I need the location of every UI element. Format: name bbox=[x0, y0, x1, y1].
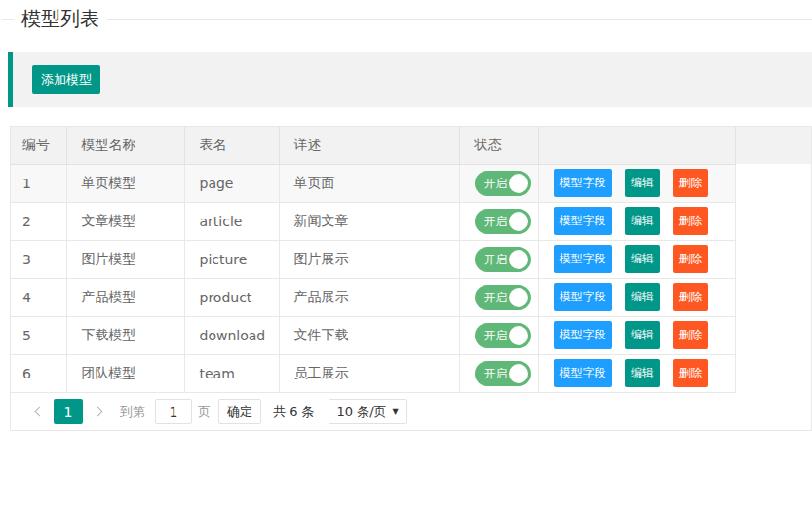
status-toggle-label: 开启 bbox=[484, 361, 508, 386]
actions-cell: 模型字段 编辑 删除 bbox=[538, 240, 735, 278]
edit-button[interactable]: 编辑 bbox=[625, 283, 660, 311]
table-name-cell: download bbox=[184, 316, 279, 354]
status-cell: 开启 bbox=[459, 164, 538, 202]
status-cell: 开启 bbox=[459, 278, 538, 316]
toggle-knob-icon bbox=[509, 250, 528, 269]
status-toggle[interactable]: 开启 bbox=[475, 285, 531, 310]
status-toggle-label: 开启 bbox=[484, 247, 508, 272]
column-header-table-name: 表名 bbox=[184, 127, 279, 164]
column-header-actions bbox=[538, 127, 735, 164]
edit-button[interactable]: 编辑 bbox=[625, 207, 660, 235]
model-name-cell: 下载模型 bbox=[66, 316, 184, 354]
pagination-bar: 1 到第 页 确定 共 6 条 10 条/页 ▼ bbox=[11, 393, 811, 430]
table-row: 2 文章模型 article 新闻文章 开启 模型字段 编辑 删除 bbox=[11, 202, 811, 240]
status-toggle-label: 开启 bbox=[484, 209, 508, 234]
goto-page-input[interactable] bbox=[155, 399, 192, 424]
table-row: 4 产品模型 product 产品展示 开启 模型字段 编辑 删除 bbox=[11, 278, 811, 316]
status-cell: 开启 bbox=[459, 202, 538, 240]
model-name-cell: 文章模型 bbox=[66, 202, 184, 240]
status-toggle[interactable]: 开启 bbox=[475, 171, 531, 196]
models-table-card: 编号 模型名称 表名 详述 状态 1 单页模型 page 单页面 开启 模型字段 bbox=[10, 126, 812, 431]
status-cell: 开启 bbox=[459, 316, 538, 354]
delete-button[interactable]: 删除 bbox=[673, 207, 708, 235]
page-title: 模型列表 bbox=[14, 3, 107, 34]
model-fields-button[interactable]: 模型字段 bbox=[554, 359, 612, 387]
current-page-button[interactable]: 1 bbox=[54, 399, 83, 424]
page-size-value: 10 条/页 bbox=[337, 403, 387, 420]
add-model-button[interactable]: 添加模型 bbox=[32, 65, 100, 94]
next-page-button[interactable] bbox=[92, 399, 103, 424]
model-fields-button[interactable]: 模型字段 bbox=[554, 169, 612, 197]
edit-button[interactable]: 编辑 bbox=[625, 321, 660, 349]
edit-button[interactable]: 编辑 bbox=[625, 169, 660, 197]
actions-cell: 模型字段 编辑 删除 bbox=[538, 278, 735, 316]
row-id-cell: 6 bbox=[11, 354, 66, 392]
status-toggle[interactable]: 开启 bbox=[475, 247, 531, 272]
status-toggle[interactable]: 开启 bbox=[475, 209, 531, 234]
row-filler-cell bbox=[735, 278, 811, 316]
table-body: 1 单页模型 page 单页面 开启 模型字段 编辑 删除 2 文章模型 art… bbox=[11, 164, 811, 392]
description-cell: 产品展示 bbox=[279, 278, 459, 316]
page-header: 模型列表 bbox=[0, 3, 812, 36]
status-cell: 开启 bbox=[459, 354, 538, 392]
column-header-id: 编号 bbox=[11, 127, 66, 164]
toolbar-panel: 添加模型 bbox=[8, 52, 812, 107]
model-fields-button[interactable]: 模型字段 bbox=[554, 283, 612, 311]
table-row: 6 团队模型 team 员工展示 开启 模型字段 编辑 删除 bbox=[11, 354, 811, 392]
row-id-cell: 3 bbox=[11, 240, 66, 278]
chevron-right-icon bbox=[93, 407, 102, 417]
table-name-cell: team bbox=[184, 354, 279, 392]
prev-page-button[interactable] bbox=[33, 399, 45, 424]
confirm-button[interactable]: 确定 bbox=[218, 399, 261, 424]
status-cell: 开启 bbox=[459, 240, 538, 278]
table-header-row: 编号 模型名称 表名 详述 状态 bbox=[11, 127, 811, 164]
row-id-cell: 1 bbox=[11, 164, 66, 202]
table-row: 1 单页模型 page 单页面 开启 模型字段 编辑 删除 bbox=[11, 164, 811, 202]
table-name-cell: page bbox=[184, 164, 279, 202]
actions-cell: 模型字段 编辑 删除 bbox=[538, 164, 735, 202]
table-row: 5 下载模型 download 文件下载 开启 模型字段 编辑 删除 bbox=[11, 316, 811, 354]
row-filler-cell bbox=[735, 164, 811, 202]
row-id-cell: 5 bbox=[11, 316, 66, 354]
status-toggle[interactable]: 开启 bbox=[475, 361, 531, 386]
column-header-status: 状态 bbox=[459, 127, 538, 164]
toggle-knob-icon bbox=[509, 288, 528, 307]
description-cell: 员工展示 bbox=[279, 354, 459, 392]
status-toggle-label: 开启 bbox=[484, 285, 508, 310]
actions-cell: 模型字段 编辑 删除 bbox=[538, 316, 735, 354]
toggle-knob-icon bbox=[509, 364, 528, 383]
description-cell: 图片展示 bbox=[279, 240, 459, 278]
model-fields-button[interactable]: 模型字段 bbox=[554, 207, 612, 235]
edit-button[interactable]: 编辑 bbox=[625, 359, 660, 387]
delete-button[interactable]: 删除 bbox=[673, 169, 708, 197]
page-size-select[interactable]: 10 条/页 ▼ bbox=[329, 399, 407, 424]
actions-cell: 模型字段 编辑 删除 bbox=[538, 354, 735, 392]
model-name-cell: 团队模型 bbox=[66, 354, 184, 392]
column-header-description: 详述 bbox=[279, 127, 459, 164]
toggle-knob-icon bbox=[509, 212, 528, 231]
status-toggle-label: 开启 bbox=[484, 171, 508, 196]
model-fields-button[interactable]: 模型字段 bbox=[554, 245, 612, 273]
table-name-cell: product bbox=[184, 278, 279, 316]
row-id-cell: 2 bbox=[11, 202, 66, 240]
models-table: 编号 模型名称 表名 详述 状态 1 单页模型 page 单页面 开启 模型字段 bbox=[11, 127, 811, 393]
column-header-filler bbox=[735, 127, 811, 164]
column-header-name: 模型名称 bbox=[66, 127, 184, 164]
status-toggle[interactable]: 开启 bbox=[475, 323, 531, 348]
toggle-knob-icon bbox=[509, 174, 528, 193]
model-name-cell: 图片模型 bbox=[66, 240, 184, 278]
table-name-cell: picture bbox=[184, 240, 279, 278]
description-cell: 单页面 bbox=[279, 164, 459, 202]
toggle-knob-icon bbox=[509, 326, 528, 345]
edit-button[interactable]: 编辑 bbox=[625, 245, 660, 273]
model-fields-button[interactable]: 模型字段 bbox=[554, 321, 612, 349]
status-toggle-label: 开启 bbox=[484, 323, 508, 348]
row-id-cell: 4 bbox=[11, 278, 66, 316]
delete-button[interactable]: 删除 bbox=[673, 245, 708, 273]
delete-button[interactable]: 删除 bbox=[673, 283, 708, 311]
row-filler-cell bbox=[735, 202, 811, 240]
actions-cell: 模型字段 编辑 删除 bbox=[538, 202, 735, 240]
total-count-label: 共 6 条 bbox=[273, 403, 315, 420]
delete-button[interactable]: 删除 bbox=[673, 321, 708, 349]
delete-button[interactable]: 删除 bbox=[673, 359, 708, 387]
